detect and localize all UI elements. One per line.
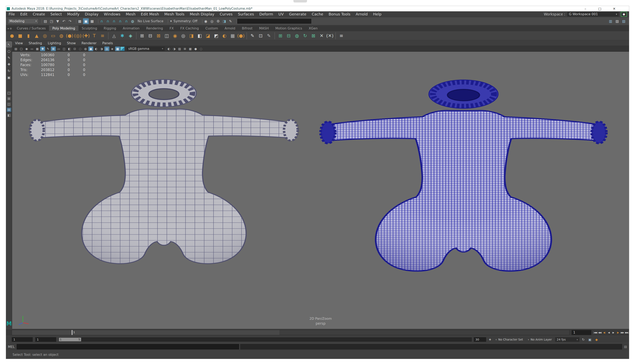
checker-deform-icon[interactable]: ▦ [229,32,236,40]
step-back-frame-button[interactable]: ◀◀ [598,330,602,335]
current-time-field[interactable]: 1 [572,330,591,335]
shelf-tab[interactable]: Sculpting [78,26,100,31]
step-forward-frame-button[interactable]: ▶▶ [620,330,624,335]
use-default-material-icon[interactable]: ● [193,46,198,51]
shelf-tab[interactable]: Rigging [100,26,120,31]
layout-three-pane[interactable]: ⊟ [6,108,12,112]
film-gate-icon[interactable]: ▭ [56,46,61,51]
menu-item[interactable]: Help [370,12,384,16]
frame-all-icon[interactable]: ▣ [88,46,93,51]
xray-icon[interactable]: ▨ [177,46,182,51]
ipr-render-icon[interactable]: ◎ [209,18,215,24]
motion-blur-icon[interactable]: ◈ [110,46,115,51]
snap-to-point-icon[interactable]: ∩ [111,18,117,24]
menu-item[interactable]: Edit [18,12,30,16]
lowpoly-costume-mesh[interactable] [27,68,301,269]
menu-item[interactable]: Surfaces [235,12,256,16]
lock-camera-icon[interactable]: ▢ [19,46,24,51]
play-forwards-button[interactable]: ▶ [611,330,616,335]
screen-space-ao-icon[interactable]: ◎ [104,46,109,51]
modeling-toolkit-toggle-icon[interactable]: ▥ [608,18,614,24]
offset-edge-loop-icon[interactable]: ✎ [265,32,273,40]
extract-icon[interactable]: ⊠ [155,32,162,40]
menu-item[interactable]: File [6,12,18,16]
snap-to-view-plane-icon[interactable]: ∩ [124,18,129,24]
viewport-canvas[interactable]: Verts: 100360 0 0 Edges: 204136 0 0 [12,52,629,329]
extrude-icon[interactable]: ◨ [188,32,196,40]
menu-item[interactable]: Cache [309,12,326,16]
smooth-icon[interactable]: ◉ [171,32,179,40]
shelf-tab[interactable]: Bifrost [239,26,256,31]
delete-edge-icon[interactable]: (✕) [326,32,334,40]
type-tool-icon[interactable]: T [90,32,98,40]
menu-item[interactable]: Mesh [123,12,138,16]
menu-item[interactable]: Bonus Tools [326,12,353,16]
grid-icon[interactable]: ⊞ [51,46,56,51]
shelf-tab[interactable]: Custom [202,26,221,31]
shelf-tab[interactable]: FX Caching [177,26,202,31]
multisample-aa-icon[interactable]: ▩ [115,46,120,51]
chamfer-icon[interactable]: ◩ [212,32,220,40]
construction-plane-icon[interactable]: ◬ [110,32,118,40]
menu-item[interactable]: Windows [101,12,123,16]
status-group-separator[interactable]: ⋮ [166,18,168,24]
symmetry-selector[interactable]: ▾ Symmetry: Off [169,19,199,24]
playback-end-field[interactable]: 30 [474,337,486,342]
safe-title-icon[interactable]: ◍ [83,46,88,51]
boolean-icon[interactable]: ◫ [163,32,171,40]
shelf-tab[interactable]: Poly Modeling [49,26,78,31]
current-frame-marker[interactable] [72,330,72,335]
fps-selector[interactable]: 24 fps ▾ [555,337,580,342]
menu-item[interactable]: Deform [256,12,276,16]
step-back-key-button[interactable]: ◀| [602,330,606,335]
shelf-tab[interactable]: Rendering [143,26,166,31]
make-live-shelf-icon[interactable]: ✱ [118,32,126,40]
menu-item[interactable]: Edit Mesh [138,12,162,16]
menu-item[interactable]: Create [30,12,48,16]
snap-to-curve-icon[interactable]: ∩ [105,18,111,24]
anim-prefs-icon[interactable]: ▣ [587,337,592,342]
safe-action-icon[interactable]: ◌ [78,46,82,51]
merge-vertices-icon[interactable]: ◪ [204,32,212,40]
shelf-tab[interactable]: Animation [120,26,143,31]
status-group-separator[interactable]: ⋮ [40,18,41,24]
step-forward-key-button[interactable]: |▶ [616,330,620,335]
shelf-tab[interactable]: Curves / Surfaces [14,26,49,31]
layout-single-pane[interactable]: □ [6,91,12,95]
anim-snap-icon[interactable]: ✚ [488,337,492,342]
poly-cylinder-icon[interactable]: ▮ [24,32,32,40]
mel-label[interactable]: MEL [6,345,17,349]
close-button[interactable]: ✕ [612,7,617,11]
bracketed-extrude-icon[interactable]: (●) [237,32,245,40]
sculpt-base-mesh-icon[interactable]: (●) [66,32,74,40]
new-scene-icon[interactable]: ▤ [42,18,48,24]
playback-loop-icon[interactable]: ↻ [581,337,586,342]
multi-cut-tool-icon[interactable]: ✎ [248,32,256,40]
shelf-options-icon[interactable]: ⚙ [10,27,12,30]
subdivide-icon[interactable]: ◎ [179,32,187,40]
mirror-icon[interactable]: ◐ [220,32,228,40]
panel-menu-item[interactable]: Shading [26,41,45,45]
status-group-separator[interactable]: ⋮ [96,18,98,24]
layout-outliner-persp[interactable]: ◧ [6,113,12,118]
quad-draw-icon[interactable]: ⊞ [276,32,284,40]
bridge-icon[interactable]: ◧ [196,32,204,40]
menu-item[interactable]: Curves [217,12,235,16]
rotate-tool[interactable]: ↻ [6,68,12,74]
2d-pan-zoom-icon[interactable]: ✚ [40,46,45,51]
menu-item[interactable]: Mesh Tools [162,12,187,16]
select-tool[interactable]: ↖ [6,42,12,47]
range-slider-track[interactable]: 1 5 [59,338,472,342]
wireframe-on-shaded-icon[interactable]: ⊞ [182,46,187,51]
undo-icon[interactable]: ↶ [61,18,67,24]
menu-item[interactable]: Generate [286,12,309,16]
animation-start-field[interactable]: 1 [12,337,33,342]
select-object-icon[interactable]: ▣ [83,18,89,24]
menu-item[interactable]: UV [276,12,286,16]
quick-selection-input[interactable] [237,19,311,24]
select-hierarchy-icon[interactable]: ▦ [77,18,82,24]
isolate-select-icon[interactable]: ◌ [198,46,204,51]
menu-item[interactable]: Modify [64,12,82,16]
shadows-icon[interactable]: ◑ [99,46,104,51]
status-group-separator[interactable]: ⋮ [74,18,76,24]
